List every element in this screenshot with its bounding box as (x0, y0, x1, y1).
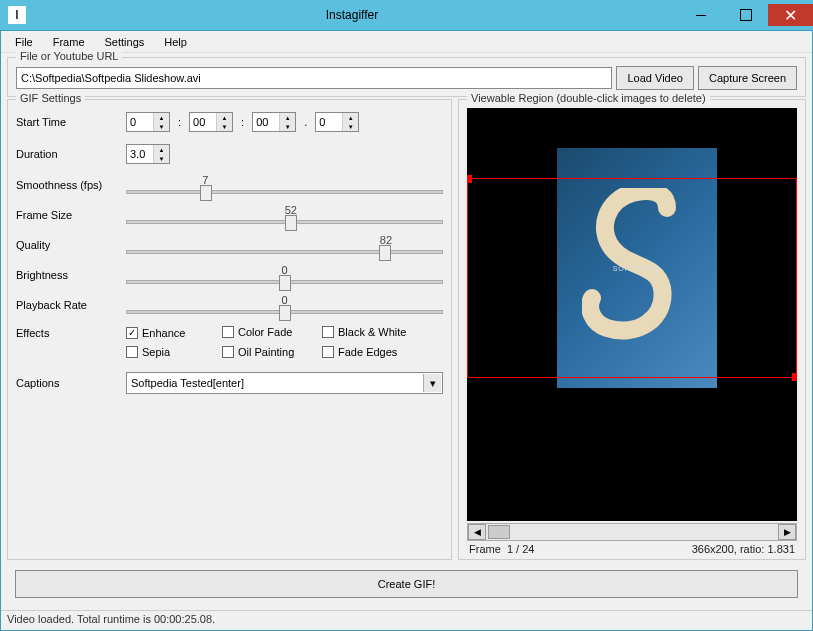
duration-input[interactable] (127, 145, 153, 163)
frame-size-row: Frame Size 52 (16, 206, 443, 224)
color-fade-checkbox-label: Color Fade (238, 326, 292, 338)
frame-counter: Frame 1 / 24 (469, 543, 534, 555)
captions-row: Captions Softpedia Tested[enter] ▾ (16, 372, 443, 394)
bw-checkbox-label: Black & White (338, 326, 406, 338)
effects-row-2: Sepia Oil Painting Fade Edges (16, 346, 443, 360)
frame-dimensions: 366x200, ratio: 1.831 (692, 543, 795, 555)
menu-help[interactable]: Help (154, 34, 197, 50)
preview-scrollbar[interactable]: ◀ ▶ (467, 523, 797, 541)
playback-row: Playback Rate 0 (16, 296, 443, 314)
app-icon: I (8, 6, 26, 24)
playback-label: Playback Rate (16, 299, 126, 311)
oil-checkbox-label: Oil Painting (238, 346, 294, 358)
playback-slider[interactable]: 0 (126, 296, 443, 314)
sepia-checkbox[interactable]: Sepia (126, 346, 170, 358)
close-button[interactable]: ✕ (768, 4, 813, 26)
start-time-row: Start Time ▲▼ : ▲▼ : ▲▼ . ▲▼ (16, 112, 443, 132)
menu-settings[interactable]: Settings (95, 34, 155, 50)
enhance-checkbox[interactable]: ✓Enhance (126, 327, 185, 339)
menubar: File Frame Settings Help (1, 31, 812, 53)
smoothness-thumb[interactable] (200, 185, 212, 201)
url-group-legend: File or Youtube URL (16, 50, 122, 62)
start-time-ms[interactable]: ▲▼ (315, 112, 359, 132)
quality-row: Quality 82 (16, 236, 443, 254)
playback-thumb[interactable] (279, 305, 291, 321)
viewable-region-groupbox: Viewable Region (double-click images to … (458, 99, 806, 560)
scroll-thumb[interactable] (488, 525, 510, 539)
captions-label: Captions (16, 377, 126, 389)
effects-row-1: Effects ✓Enhance Color Fade Black & Whit… (16, 326, 443, 340)
frame-size-slider[interactable]: 52 (126, 206, 443, 224)
selection-handle-tl[interactable] (467, 175, 472, 183)
window-title: Instagiffer (26, 8, 678, 22)
gif-settings-legend: GIF Settings (16, 92, 85, 104)
viewable-region-legend: Viewable Region (double-click images to … (467, 92, 710, 104)
scroll-right-button[interactable]: ▶ (778, 524, 796, 540)
titlebar: I Instagiffer ✕ (0, 0, 813, 30)
app-window: I Instagiffer ✕ File Frame Settings Help… (0, 0, 813, 631)
start-time-hours[interactable]: ▲▼ (126, 112, 170, 132)
bw-checkbox[interactable]: Black & White (322, 326, 406, 338)
enhance-checkbox-label: Enhance (142, 327, 185, 339)
smoothness-label: Smoothness (fps) (16, 179, 126, 191)
url-input[interactable] (16, 67, 612, 89)
start-time-seconds-input[interactable] (253, 113, 279, 131)
duration-spinner[interactable]: ▲▼ (126, 144, 170, 164)
color-fade-checkbox[interactable]: Color Fade (222, 326, 292, 338)
effects-label: Effects (16, 327, 126, 339)
gif-settings-groupbox: GIF Settings Start Time ▲▼ : ▲▼ : ▲▼ . ▲… (7, 99, 452, 560)
capture-screen-button[interactable]: Capture Screen (698, 66, 797, 90)
oil-checkbox[interactable]: Oil Painting (222, 346, 294, 358)
scroll-left-button[interactable]: ◀ (468, 524, 486, 540)
create-gif-button[interactable]: Create GIF! (15, 570, 798, 598)
start-time-minutes-input[interactable] (190, 113, 216, 131)
duration-row: Duration ▲▼ (16, 144, 443, 164)
brightness-label: Brightness (16, 269, 126, 281)
frame-size-label: Frame Size (16, 209, 126, 221)
duration-label: Duration (16, 148, 126, 160)
preview-canvas[interactable]: SOFTPEDIA (467, 108, 797, 521)
menu-frame[interactable]: Frame (43, 34, 95, 50)
start-time-hours-input[interactable] (127, 113, 153, 131)
chevron-down-icon[interactable]: ▾ (423, 374, 441, 392)
smoothness-row: Smoothness (fps) 7 (16, 176, 443, 194)
url-groupbox: File or Youtube URL Load Video Capture S… (7, 57, 806, 97)
selection-rectangle[interactable] (467, 178, 797, 378)
start-time-seconds[interactable]: ▲▼ (252, 112, 296, 132)
quality-thumb[interactable] (379, 245, 391, 261)
load-video-button[interactable]: Load Video (616, 66, 693, 90)
brightness-thumb[interactable] (279, 275, 291, 291)
start-time-ms-input[interactable] (316, 113, 342, 131)
brightness-row: Brightness 0 (16, 266, 443, 284)
smoothness-slider[interactable]: 7 (126, 176, 443, 194)
start-time-label: Start Time (16, 116, 126, 128)
brightness-slider[interactable]: 0 (126, 266, 443, 284)
fade-edges-checkbox[interactable]: Fade Edges (322, 346, 397, 358)
menu-file[interactable]: File (5, 34, 43, 50)
quality-slider[interactable]: 82 (126, 236, 443, 254)
maximize-button[interactable] (723, 4, 768, 26)
quality-label: Quality (16, 239, 126, 251)
frame-size-thumb[interactable] (285, 215, 297, 231)
start-time-minutes[interactable]: ▲▼ (189, 112, 233, 132)
captions-combo[interactable]: Softpedia Tested[enter] ▾ (126, 372, 443, 394)
selection-handle-br[interactable] (792, 373, 797, 381)
minimize-button[interactable] (678, 4, 723, 26)
fade-edges-checkbox-label: Fade Edges (338, 346, 397, 358)
sepia-checkbox-label: Sepia (142, 346, 170, 358)
statusbar: Video loaded. Total runtime is 00:00:25.… (1, 610, 812, 630)
captions-value: Softpedia Tested[enter] (131, 377, 244, 389)
